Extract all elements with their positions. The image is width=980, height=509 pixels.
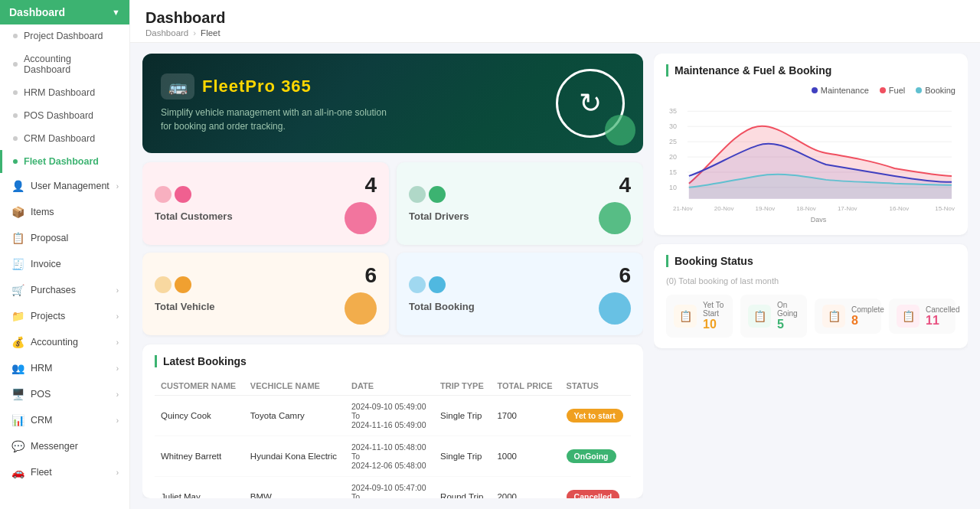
hero-banner: 🚌 FleetPro 365 Simplify vehicle manageme…: [142, 54, 643, 153]
sidebar-section-accounting[interactable]: 💰Accounting›: [0, 329, 129, 355]
stat-icons: [155, 186, 233, 203]
complete-icon: 📋: [822, 305, 845, 328]
section-label: Proposal: [31, 233, 68, 243]
sidebar-item-accounting-dashboard[interactable]: Accounting Dashboard: [0, 47, 129, 81]
breadcrumb-current: Fleet: [201, 28, 220, 38]
stat-number-vehicles: 6: [364, 263, 377, 288]
stat-label-bookings: Total Booking: [409, 301, 475, 312]
svg-text:10: 10: [669, 184, 677, 191]
status-cell: Cancelled: [560, 477, 631, 499]
svg-text:30: 30: [669, 122, 677, 130]
svg-text:15: 15: [669, 168, 677, 176]
section-label: Accounting: [31, 337, 78, 347]
chevron-right-icon: ›: [116, 182, 119, 191]
dot-icon: [13, 62, 18, 67]
complete-label: Complete: [851, 305, 884, 314]
col-customer-name: CUSTOMER NAME: [155, 377, 244, 396]
purchases-icon: 🛒: [11, 283, 24, 297]
total-price: 1700: [491, 396, 560, 436]
customers-icon1: [155, 186, 172, 203]
sidebar-section-purchases[interactable]: 🛒Purchases›: [0, 277, 129, 303]
projects-icon: 📁: [11, 309, 24, 323]
total-price: 1000: [491, 436, 560, 477]
sidebar-section-items[interactable]: 📦Items: [0, 199, 129, 225]
sidebar-item-label: CRM Dashboard: [24, 133, 95, 144]
chevron-right-icon: ›: [116, 364, 119, 373]
items-icon: 📦: [11, 205, 24, 219]
dot-icon: [13, 159, 18, 164]
status-cell: Yet to start: [560, 396, 631, 436]
bookings-thead: CUSTOMER NAMEVECHICLE NAMEDATETRIP TYPET…: [155, 377, 631, 396]
chevron-right-icon: ›: [116, 468, 119, 477]
col-trip-type: TRIP TYPE: [434, 377, 491, 396]
on-going-num: 5: [777, 318, 799, 331]
sidebar-item-crm-dashboard[interactable]: CRM Dashboard: [0, 127, 129, 150]
status-stat-complete: 📋 Complete 8: [815, 299, 881, 334]
yet-to-start-label: Yet To Start: [703, 301, 725, 318]
stat-shape-customers: [345, 202, 377, 234]
sidebar-section-pos[interactable]: 🖥️POS›: [0, 381, 129, 407]
cancelled-text: Cancelled 11: [926, 305, 959, 328]
section-label: CRM: [31, 415, 52, 426]
trip-type: Single Trip: [434, 396, 491, 436]
chevron-right-icon: ›: [116, 390, 119, 399]
yet-to-start-num: 10: [703, 318, 725, 331]
section-label: Purchases: [31, 285, 76, 295]
sidebar-item-project-dashboard[interactable]: Project Dashboard: [0, 24, 129, 47]
hero-decoration: [605, 115, 635, 145]
cancelled-label: Cancelled: [926, 305, 959, 314]
sidebar-section-user-management[interactable]: 👤User Management›: [0, 173, 129, 199]
sidebar-section-hrm[interactable]: 👥HRM›: [0, 355, 129, 381]
status-badge: Yet to start: [567, 409, 623, 423]
booking-status-title: Booking Status: [666, 255, 956, 267]
stat-card-vehicles: Total Vehicle 6: [142, 253, 389, 335]
sidebar-section-projects[interactable]: 📁Projects›: [0, 303, 129, 329]
sidebar-section-messenger[interactable]: 💬Messenger: [0, 433, 129, 459]
section-label: Projects: [31, 311, 65, 321]
bookings-tbody: Quincy Cook Toyota Camry 2024-09-10 05:4…: [155, 396, 631, 499]
sidebar-item-hrm-dashboard[interactable]: HRM Dashboard: [0, 81, 129, 104]
breadcrumb-home[interactable]: Dashboard: [145, 28, 188, 38]
sidebar-item-label: HRM Dashboard: [24, 87, 95, 98]
stat-icons: [409, 276, 475, 293]
vehicles-icon1: [155, 276, 172, 293]
chevron-right-icon: ›: [116, 312, 119, 321]
status-badge: OnGoing: [567, 449, 616, 463]
section-label: User Management: [31, 181, 109, 191]
right-panel: Maintenance & Fuel & Booking Maintenance…: [654, 54, 968, 498]
stat-right: 6: [345, 263, 377, 325]
booking-date: 2024-11-10 05:48:00To2024-12-06 05:48:00: [345, 436, 434, 477]
section-label: POS: [31, 389, 51, 400]
customers-icon2: [175, 186, 191, 203]
crm-icon: 📊: [11, 413, 24, 427]
sidebar-item-pos-dashboard[interactable]: POS Dashboard: [0, 104, 129, 127]
chevron-right-icon: ›: [116, 286, 119, 295]
fleet-icon: 🚗: [11, 465, 24, 479]
topbar: Dashboard Dashboard › Fleet: [130, 0, 980, 43]
sidebar-dashboard-toggle[interactable]: Dashboard ▼: [0, 0, 129, 24]
fleet-bus-icon: 🚌: [161, 73, 194, 100]
hero-left: 🚌 FleetPro 365 Simplify vehicle manageme…: [161, 73, 390, 133]
sidebar-section-invoice[interactable]: 🧾Invoice: [0, 251, 129, 277]
vehicle-name: Hyundai Kona Electric: [244, 436, 345, 477]
content-area: 🚌 FleetPro 365 Simplify vehicle manageme…: [130, 43, 980, 509]
status-stat-on-going: 📋 On Going 5: [740, 295, 807, 338]
sidebar-item-fleet-dashboard[interactable]: Fleet Dashboard: [0, 150, 129, 173]
sidebar-section-fleet[interactable]: 🚗Fleet›: [0, 459, 129, 485]
stat-shape-bookings: [599, 292, 631, 325]
sidebar-section-crm[interactable]: 📊CRM›: [0, 407, 129, 433]
complete-num: 8: [851, 314, 884, 328]
status-row: 📋 Yet To Start 10 📋 On Going 5 📋 Complet…: [666, 295, 956, 338]
stat-left: Total Customers: [155, 186, 233, 222]
svg-text:25: 25: [669, 138, 677, 145]
stat-left: Total Drivers: [409, 186, 469, 222]
hrm-icon: 👥: [11, 361, 24, 375]
dot-icon: [13, 90, 18, 95]
table-row: Juliet May BMW 2024-09-10 05:47:00To2024…: [155, 477, 631, 499]
hero-description: Simplify vehicle management with an all-…: [161, 106, 390, 133]
sidebar-section-proposal[interactable]: 📋Proposal: [0, 225, 129, 251]
chevron-down-icon: ▼: [112, 8, 120, 17]
cancelled-num: 11: [926, 314, 959, 328]
status-stat-cancelled: 📋 Cancelled 11: [889, 299, 956, 334]
stat-icons: [409, 186, 469, 203]
